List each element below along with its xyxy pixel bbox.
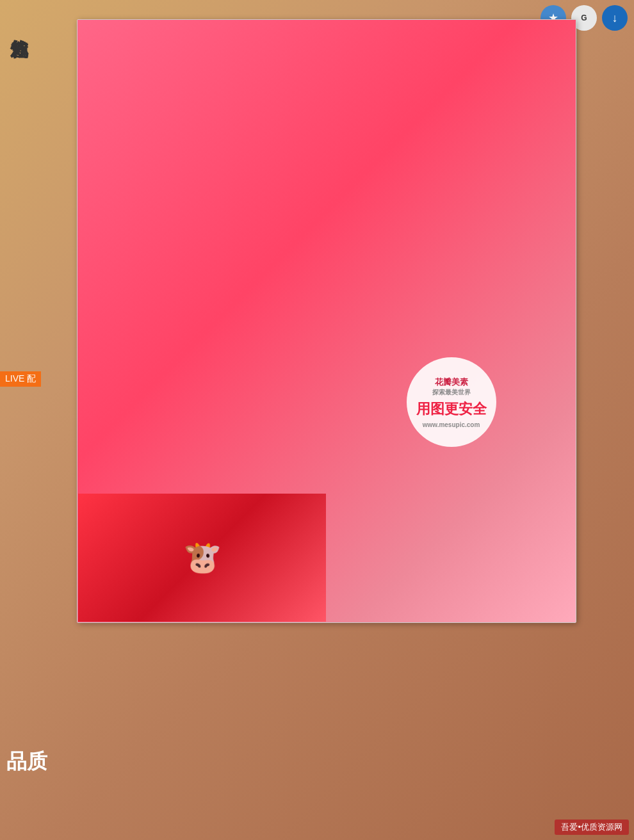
live-badge: LIVE 配: [0, 371, 41, 387]
image-cell-4: http://hbimg-other.b0.up → ↓ 花瓣美素 探索最美世界…: [327, 311, 576, 473]
bg-text-bottom: 品质: [6, 748, 47, 776]
extension-download-button[interactable]: ↓: [602, 5, 628, 31]
watermark: 吾爱•优质资源网: [555, 820, 629, 835]
image-downloader-panel: DOWNLOAD Normal Custom All Width: 0px 30…: [77, 19, 576, 623]
image-cell-5: http://img.hb.aicdn.com/ → ↓ 🐮: [77, 473, 327, 622]
red-image-content: 🐮: [183, 540, 222, 576]
images-grid: http://hbimg-other.b0.up → ↓ CERTIFIED D…: [77, 149, 576, 622]
image-thumb-4[interactable]: 花瓣美素 探索最美世界 用图更安全 www.mesupic.com: [327, 332, 575, 472]
image-thumb-5[interactable]: 🐮: [78, 494, 326, 622]
